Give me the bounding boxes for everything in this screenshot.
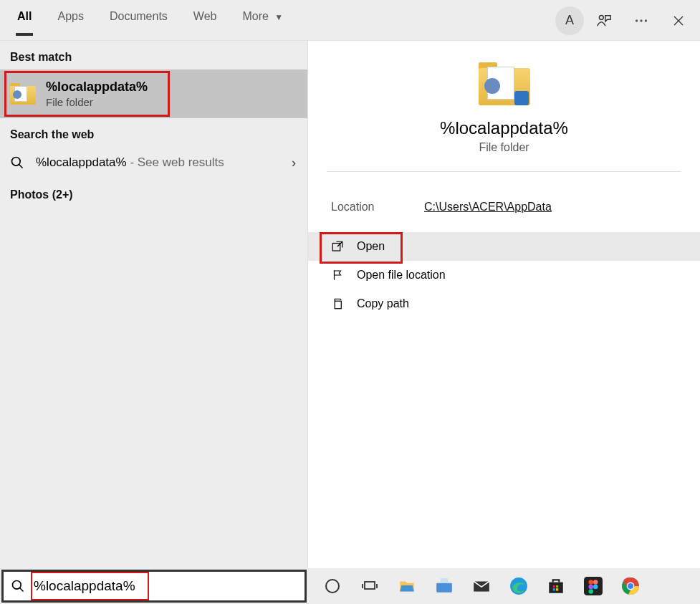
svg-rect-9 [365, 582, 375, 589]
photos-heading[interactable]: Photos (2+) [0, 178, 307, 207]
web-result-query: %localappdata% [36, 155, 127, 169]
location-value[interactable]: C:\Users\ACER\AppData [424, 201, 552, 214]
svg-point-3 [645, 19, 647, 21]
best-match-result[interactable]: %localappdata% File folder [0, 69, 307, 118]
web-result-item[interactable]: %localappdata% - See web results › [0, 147, 307, 178]
search-icon [11, 579, 25, 593]
more-options-icon[interactable] [624, 4, 658, 38]
svg-rect-16 [553, 588, 555, 590]
best-match-subtitle: File folder [46, 96, 148, 108]
svg-rect-5 [332, 244, 340, 251]
svg-rect-11 [441, 578, 449, 583]
tab-more[interactable]: More ▼ [229, 0, 296, 36]
taskbar-search[interactable] [1, 570, 307, 603]
task-view-icon[interactable] [354, 570, 385, 602]
action-open-label: Open [357, 240, 385, 253]
svg-rect-14 [553, 585, 555, 588]
copy-icon [331, 297, 345, 310]
svg-point-0 [599, 15, 603, 19]
svg-rect-18 [584, 577, 603, 595]
action-copy-path[interactable]: Copy path [308, 289, 700, 318]
location-row: Location C:\Users\ACER\AppData [308, 185, 700, 229]
action-copy-path-label: Copy path [357, 297, 409, 310]
svg-rect-17 [556, 588, 558, 590]
best-match-heading: Best match [0, 41, 307, 69]
svg-point-7 [13, 581, 21, 590]
svg-point-1 [636, 19, 638, 21]
cortana-icon[interactable] [317, 570, 348, 602]
open-location-icon [331, 269, 345, 282]
chevron-right-icon[interactable]: › [292, 155, 296, 171]
preview-title: %localappdata% [327, 118, 681, 138]
taskbar-search-input[interactable] [32, 577, 290, 595]
tab-documents[interactable]: Documents [97, 0, 181, 36]
open-icon [331, 240, 345, 253]
svg-point-22 [593, 585, 598, 590]
mail-icon[interactable] [466, 570, 497, 602]
close-icon[interactable] [661, 4, 696, 38]
preview-folder-icon [479, 62, 530, 105]
tab-web[interactable]: Web [181, 0, 230, 36]
svg-point-21 [589, 585, 594, 590]
chrome-icon[interactable] [615, 570, 646, 602]
svg-point-4 [12, 158, 21, 166]
tab-apps[interactable]: Apps [44, 0, 96, 36]
keyboard-icon[interactable] [428, 570, 460, 602]
search-web-heading: Search the web [0, 118, 307, 147]
action-open-location-label: Open file location [357, 269, 446, 282]
feedback-icon[interactable] [587, 4, 621, 38]
taskbar [0, 568, 700, 604]
svg-point-19 [589, 580, 594, 585]
best-match-title: %localappdata% [46, 80, 148, 95]
caret-down-icon: ▼ [274, 12, 283, 22]
tab-more-label: More [242, 10, 268, 22]
action-open[interactable]: Open [308, 232, 700, 261]
file-explorer-icon[interactable] [391, 570, 423, 602]
svg-point-23 [589, 589, 594, 594]
preview-subtitle: File folder [327, 141, 681, 154]
search-icon [10, 155, 26, 170]
svg-rect-10 [436, 583, 452, 593]
svg-rect-15 [556, 585, 558, 588]
figma-icon[interactable] [577, 570, 609, 602]
user-avatar[interactable]: A [555, 6, 584, 35]
svg-point-8 [326, 580, 339, 593]
web-result-suffix: - See web results [127, 155, 224, 169]
search-tabs: All Apps Documents Web More ▼ A [0, 0, 700, 41]
edge-icon[interactable] [503, 570, 534, 602]
tab-all[interactable]: All [4, 0, 44, 36]
store-icon[interactable] [540, 570, 572, 602]
location-label: Location [331, 201, 424, 214]
svg-point-2 [640, 19, 642, 21]
svg-rect-6 [335, 301, 341, 309]
svg-point-26 [628, 583, 633, 589]
folder-icon [10, 83, 36, 105]
action-open-location[interactable]: Open file location [308, 261, 700, 289]
svg-point-20 [593, 580, 598, 585]
